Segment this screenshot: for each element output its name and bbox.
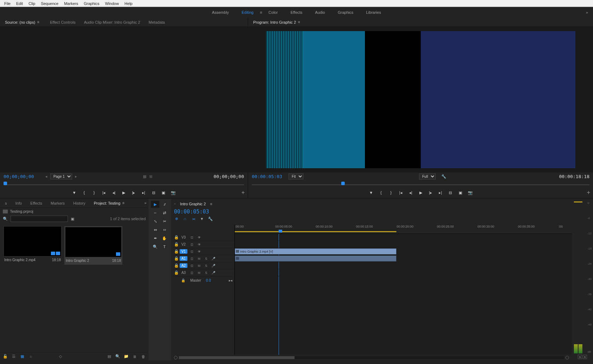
automate-to-sequence-icon[interactable]: ▤: [107, 354, 112, 359]
timeline-work-area[interactable]: [235, 231, 396, 232]
play-icon[interactable]: ▶: [121, 189, 127, 196]
pager-prev-icon[interactable]: ◂: [44, 174, 49, 179]
track-target-toggle[interactable]: V3: [180, 235, 187, 240]
find-icon[interactable]: 🔍: [115, 354, 120, 359]
timeline-settings-icon[interactable]: 🔧: [208, 216, 213, 221]
icon-view-icon[interactable]: ▦: [20, 354, 25, 359]
sync-lock-icon[interactable]: ⊡: [190, 257, 194, 260]
program-zoom-select[interactable]: Fit: [289, 174, 303, 180]
tool-ripple[interactable]: ↔: [151, 209, 159, 216]
track-output-icon[interactable]: 👁: [197, 236, 202, 239]
tab-history[interactable]: History: [70, 200, 89, 207]
track-header-v1[interactable]: 🔒V1⊡👁: [171, 248, 234, 255]
zoom-out-handle[interactable]: [174, 356, 178, 359]
menu-graphics[interactable]: Graphics: [81, 1, 102, 6]
timeline-scroll-thumb[interactable]: [179, 356, 295, 359]
workspace-effects[interactable]: Effects: [284, 8, 309, 17]
source-page-select[interactable]: Page 1: [50, 174, 72, 180]
solo-button[interactable]: S: [204, 271, 209, 275]
tab-effect-controls[interactable]: Effect Controls: [46, 19, 79, 26]
track-lane-a2[interactable]: [235, 262, 572, 269]
menu-markers[interactable]: Markers: [61, 1, 81, 6]
tool-hand[interactable]: ✋: [160, 235, 169, 242]
tab-media-browser-stub[interactable]: s: [1, 200, 11, 207]
tool-rate-stretch[interactable]: ⤡: [151, 218, 159, 225]
prog-extract-icon[interactable]: ▣: [457, 189, 464, 196]
delete-icon[interactable]: 🗑: [141, 354, 146, 359]
track-header-a2[interactable]: 🔒A2⊡MS🎤: [171, 262, 234, 269]
sync-lock-icon[interactable]: ⊡: [190, 243, 194, 246]
source-button-editor-icon[interactable]: +: [242, 189, 245, 196]
track-header-a3[interactable]: 🔒A3⊡MS🎤: [171, 269, 234, 276]
mark-in-icon[interactable]: {: [81, 189, 87, 196]
track-header-a1[interactable]: 🔒A1⊡MS🎤: [171, 255, 234, 262]
master-value[interactable]: 0.0: [206, 278, 211, 282]
tab-source[interactable]: Source: (no clips) ≡: [1, 19, 45, 26]
linked-selection-icon[interactable]: ⫘: [191, 216, 196, 221]
workspace-editing[interactable]: Editing: [235, 8, 260, 17]
menu-clip[interactable]: Clip: [26, 1, 38, 6]
timeline-playhead-head[interactable]: [279, 230, 282, 233]
track-lock-icon[interactable]: 🔒: [174, 270, 178, 275]
pager-next-icon[interactable]: ▸: [74, 174, 79, 179]
tool-razor[interactable]: ✂: [160, 218, 169, 225]
workspace-audio[interactable]: Audio: [309, 8, 331, 17]
source-viewer[interactable]: [0, 27, 248, 172]
tab-metadata[interactable]: Metadata: [145, 19, 168, 26]
snap-icon[interactable]: ∩: [182, 216, 187, 221]
track-lane-v1[interactable]: Intro Graphic 2.mp4 [V]: [235, 248, 572, 255]
menu-sequence[interactable]: Sequence: [38, 1, 62, 6]
track-header-v2[interactable]: 🔒V2⊡👁: [171, 241, 234, 248]
tab-project-menu-icon[interactable]: ≡: [122, 201, 124, 205]
voice-over-icon[interactable]: 🎤: [211, 264, 216, 268]
step-back-icon[interactable]: ◂|: [111, 189, 117, 196]
project-writable-icon[interactable]: 🔓: [3, 354, 8, 359]
prog-mark-in-icon[interactable]: {: [378, 189, 384, 196]
tool-type[interactable]: T: [160, 243, 169, 250]
add-marker-icon[interactable]: ▼: [71, 189, 77, 196]
tool-track-select[interactable]: ⫽: [160, 201, 169, 208]
track-lock-icon[interactable]: 🔒: [174, 249, 178, 254]
track-lane-v3[interactable]: [235, 234, 572, 241]
tab-effects[interactable]: Effects: [27, 200, 46, 207]
goto-out-icon[interactable]: ▸|: [140, 189, 147, 196]
overwrite-icon[interactable]: ▣: [160, 189, 167, 196]
workspace-assembly[interactable]: Assembly: [206, 8, 236, 17]
project-item[interactable]: Intro Graphic 2.mp4 18:18: [4, 226, 62, 263]
project-item-thumbnail[interactable]: [4, 226, 62, 257]
project-tabs-overflow-icon[interactable]: »: [144, 201, 146, 205]
master-lock-icon[interactable]: 🔒: [181, 278, 185, 282]
mark-out-icon[interactable]: }: [91, 189, 97, 196]
workspace-graphics[interactable]: Graphics: [331, 8, 360, 17]
workspace-color[interactable]: Color: [262, 8, 284, 17]
project-item[interactable]: Intro Graphic 2 18:18: [64, 226, 122, 265]
source-drag-video-icon[interactable]: ⊞: [149, 174, 152, 179]
tool-selection[interactable]: ▶: [151, 201, 159, 208]
mute-button[interactable]: M: [197, 257, 202, 260]
prog-export-frame-icon[interactable]: 📷: [467, 189, 473, 196]
nest-toggle-icon[interactable]: ❄: [174, 216, 179, 221]
prog-goto-in-icon[interactable]: |◂: [398, 189, 404, 196]
track-lock-icon[interactable]: 🔒: [174, 242, 178, 247]
timeline-timecode[interactable]: 00:00:05:03: [174, 208, 569, 216]
source-ruler[interactable]: [0, 180, 248, 187]
solo-button[interactable]: S: [204, 264, 209, 268]
solo-left-button[interactable]: S: [578, 355, 582, 359]
track-output-icon[interactable]: 👁: [197, 243, 202, 246]
track-target-toggle[interactable]: V2: [180, 242, 187, 247]
program-tc-current[interactable]: 00:00:05:03: [252, 174, 282, 179]
source-safe-margins-icon[interactable]: ▦: [143, 174, 146, 179]
track-lock-icon[interactable]: 🔒: [174, 263, 178, 268]
track-target-toggle[interactable]: A1: [180, 256, 187, 261]
program-playhead[interactable]: [341, 182, 345, 185]
timeline-tracks-area[interactable]: :00:0000:00:05:0000:00:10:0000:00:15:000…: [235, 225, 572, 355]
prog-goto-out-icon[interactable]: ▸|: [437, 189, 444, 196]
track-lane-a3[interactable]: [235, 269, 572, 276]
timeline-tab-menu-icon[interactable]: ≡: [210, 202, 212, 206]
solo-button[interactable]: S: [204, 257, 209, 260]
menu-help[interactable]: Help: [122, 1, 135, 6]
timeline-sequence-tab[interactable]: Intro Graphic 2: [178, 201, 208, 207]
workspace-overflow-icon[interactable]: »: [581, 10, 593, 14]
tab-project[interactable]: Project: Testing ≡: [90, 200, 130, 207]
insert-icon[interactable]: ⊟: [150, 189, 157, 196]
